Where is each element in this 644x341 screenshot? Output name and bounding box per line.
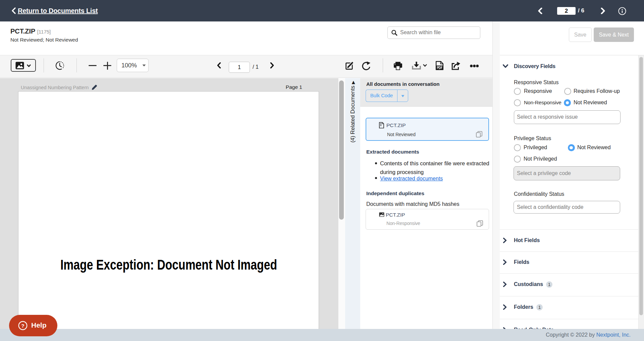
- svg-text:?: ?: [21, 323, 24, 329]
- svg-text:Image Exception: Document Not: Image Exception: Document Not Imaged: [60, 257, 277, 273]
